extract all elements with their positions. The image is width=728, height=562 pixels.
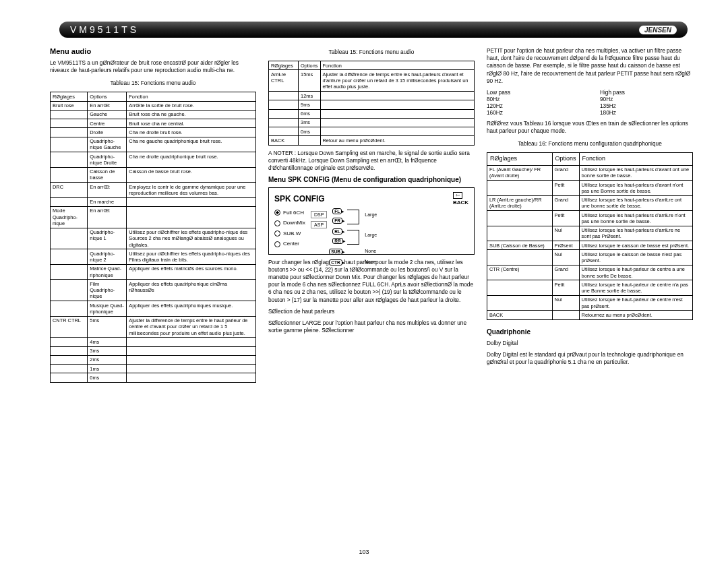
table-header: Fonction — [579, 153, 692, 165]
spk-radio-group[interactable]: Full 6CH DownMix SUB.W Center — [274, 210, 305, 247]
table-row: SUB (Caisson de Basse)PrØsentUtilisez lo… — [487, 241, 693, 250]
table-row: Quadripho-nique 1Utilisez pour dØchiffre… — [51, 228, 256, 249]
t16-caption: Tableau 16: Fonctions menu configuration… — [487, 140, 693, 147]
radio-subw[interactable]: SUB.W — [274, 230, 305, 237]
table-row: 3ms — [269, 118, 475, 127]
table-row: GaucheBruit rose cha ne gauche. — [51, 110, 256, 119]
page-body: Menu audio Le VM9511TS a un gØnØrateur d… — [50, 47, 693, 540]
dolby-sub: Dolby Digital — [487, 340, 693, 347]
table-header: Options — [88, 92, 127, 101]
freq-table: Low pass80Hz120Hz160HzHigh pass90Hz135Hz… — [487, 89, 693, 116]
val-large-2: Large — [365, 232, 377, 237]
table-row: 12ms — [269, 92, 475, 100]
freq-cell: 160Hz — [487, 109, 580, 116]
table-row: BACKRetournez au menu prØcØdent. — [487, 311, 693, 319]
spk-para-3: SØlectionner LARGE pour l'option haut pa… — [268, 319, 475, 334]
col-1: Menu audio Le VM9511TS a un gØnØrateur d… — [50, 47, 256, 540]
table-row: NulUtilisez lorsque le caisson de basse … — [487, 250, 693, 266]
table-row: CTR (Centre)GrandUtilisez lorsque le hau… — [487, 265, 693, 280]
title-bar: VM9511TS JENSEN — [59, 22, 688, 38]
col-2: Tableau 15: Fonctions menu audio RØglage… — [268, 47, 475, 540]
table-row: 9ms — [269, 100, 475, 109]
table-row: Quadripho-nique GaucheCha ne gauche quad… — [51, 137, 256, 152]
table-row: DroiteCha ne droite bruit rose. — [51, 128, 256, 137]
table-row: CentreBruit rose cha ne central. — [51, 119, 256, 128]
table-row: PetitUtilisez lorsque le haut-parleur de… — [487, 280, 693, 296]
radio-center[interactable]: Center — [274, 241, 305, 247]
table-row: 0ms — [51, 373, 256, 382]
radio-downmix[interactable]: DownMix — [274, 220, 305, 226]
val-none-1: None — [365, 249, 376, 253]
table-row: NulUtilisez lorsque les haut-parleurs d'… — [487, 226, 693, 241]
col3-p1: RØfØrez vous Tableau 16 lorsque vous Œte… — [487, 120, 693, 135]
table-16: RØglagesOptionsFonction FL (Avant Gauche… — [487, 152, 693, 319]
spk-config-panel: SPK CONFIG ⇦ BACK Full 6CH DownMix SUB.W… — [268, 187, 475, 255]
radio-full6ch[interactable]: Full 6CH — [274, 210, 305, 216]
table-row: 3ms — [51, 346, 256, 355]
page-number: 103 — [0, 549, 728, 555]
table-row: Caisson de basseCaisson de basse bruit r… — [51, 167, 256, 183]
back-button[interactable]: ⇦ BACK — [453, 192, 468, 206]
spk-mid-buttons: DSP ASP — [311, 211, 327, 247]
table-row: 1ms — [51, 365, 256, 373]
val-none-2: None — [365, 259, 376, 264]
model-title: VM9511TS — [70, 24, 139, 35]
table-row: PetitUtilisez lorsque les haut-parleurs … — [487, 211, 693, 226]
note-text: A NOTER : Lorsque Down Sampling est en m… — [268, 150, 475, 173]
table-header: Fonction — [127, 92, 256, 101]
dsp-chip[interactable]: DSP — [311, 211, 327, 218]
spk-para-1: Pour changer les rØglages de haut parleu… — [268, 259, 475, 304]
table-row: Quadripho-nique 2Utilisez pour dØchiffre… — [51, 249, 256, 265]
table-row: Film Quadripho-niqueAppliquer des effets… — [51, 280, 256, 301]
t15-caption-1: Tableau 15: Fonctions menu audio — [50, 80, 256, 86]
intro-text: Le VM9511TS a un gØnØrateur de bruit ros… — [50, 59, 256, 74]
table-header: RØglages — [269, 61, 299, 70]
table-row: Quadripho-nique DroiteCha ne droite quad… — [51, 152, 256, 168]
table-header: Fonction — [320, 61, 475, 70]
t15-caption-2: Tableau 15: Fonctions menu audio — [268, 49, 475, 55]
table-15-left: RØglagesOptionsFonction Bruit roseEn arr… — [50, 92, 256, 382]
table-row: CNTR CTRL5msAjuster la difference de tem… — [51, 316, 256, 338]
dolby-para: Dolby Digital est le standard qui prØvau… — [487, 351, 693, 366]
table-row: Mode Quadripho-niqueEn arrŒt — [51, 206, 256, 228]
val-large-1: Large — [365, 212, 377, 217]
table-header: Options — [299, 61, 320, 70]
table-row: En marche — [51, 197, 256, 206]
table-row: Bruit roseEn arrŒtArrŒte la sortie de br… — [51, 101, 256, 110]
table-header: RØglages — [487, 153, 553, 165]
col3-p0: PETIT pour l'option de haut parleur cha … — [487, 47, 693, 85]
spk-config-heading: Menu SPK CONFIG (Menu de configuration q… — [268, 176, 475, 183]
table-row: 0ms — [269, 127, 475, 136]
table-row: DRCEn arrŒtEmployez le contr le de gamme… — [51, 183, 256, 198]
quadriphonie-heading: Quadriphonie — [487, 328, 693, 336]
freq-cell: 90Hz — [600, 96, 693, 102]
table-15-right: RØglagesOptionsFonction ArriŁre CTRL15ms… — [268, 61, 475, 146]
menu-audio-heading: Menu audio — [50, 47, 256, 55]
table-header: Options — [552, 153, 579, 165]
table-row: Matrice Quad-riphoniqueAppliquer des eff… — [51, 264, 256, 280]
table-row: Musique Quad-riphoniqueAppliquer des eff… — [51, 301, 256, 317]
freq-cell: 80Hz — [487, 96, 580, 102]
table-row: 4ms — [51, 338, 256, 346]
spk-para-2: SØlection de haut parleurs — [268, 308, 475, 315]
table-row: ArriŁre CTRL15msAjuster la diffØrence de… — [269, 70, 475, 92]
freq-cell: High pass — [600, 89, 693, 96]
freq-cell: 135Hz — [600, 102, 693, 109]
table-row: FL (Avant Gauche)/ FR (Avant droite)Gran… — [487, 165, 693, 181]
table-row: 6ms — [269, 109, 475, 118]
freq-cell: Low pass — [487, 89, 580, 96]
freq-cell: 180Hz — [600, 109, 693, 116]
col-3: PETIT pour l'option de haut parleur cha … — [487, 47, 693, 540]
table-row: NulUtilisez lorsque le haut-parleur de c… — [487, 295, 693, 311]
spk-diagram: FL▸ FR▸ RL▸ RR▸ SUB▸ CTR▸ Large Large No… — [332, 210, 468, 247]
freq-cell: 120Hz — [487, 102, 580, 109]
table-row: 2ms — [51, 355, 256, 364]
table-row: PetitUtilisez lorsque les haut-parleurs … — [487, 181, 693, 196]
brand-logo: JENSEN — [639, 26, 677, 34]
table-row: BACKRetour au menu prØcØdent. — [269, 136, 475, 145]
asp-chip[interactable]: ASP — [311, 221, 327, 228]
spk-panel-title: SPK CONFIG — [274, 194, 325, 204]
back-arrow-icon: ⇦ — [453, 192, 462, 199]
table-row: LR (ArriŁre gauche)/RR (ArriŁre droite)G… — [487, 195, 693, 211]
table-header: RØglages — [51, 92, 88, 101]
